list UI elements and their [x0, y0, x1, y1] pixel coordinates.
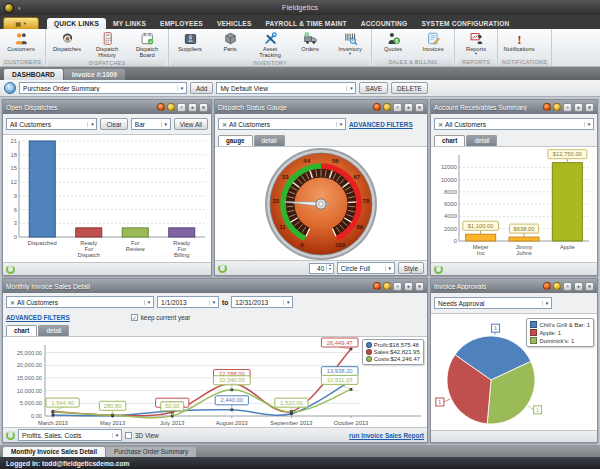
ribbon-button-dispatches[interactable]: Dispatches: [47, 30, 87, 53]
ribbon-button-notifications[interactable]: !Notifications: [499, 30, 539, 53]
ribbon-button-parts[interactable]: Parts: [210, 30, 250, 53]
ribbon-button-reports[interactable]: Reports▼: [456, 30, 496, 57]
refresh-dashboard-icon[interactable]: ↻: [4, 82, 16, 94]
customer-filter-select[interactable]: ✕ All Customers ▼: [6, 296, 154, 308]
ribbon-tab-my-links[interactable]: MY LINKS: [106, 18, 153, 29]
customer-filter-select[interactable]: ✕ All Customers ▼: [218, 118, 346, 130]
collapse-icon[interactable]: ▫: [563, 103, 572, 112]
chevron-down-icon: ▼: [336, 122, 345, 127]
default-view-select[interactable]: My Default View ▼: [216, 82, 356, 94]
style-button[interactable]: Style: [398, 262, 424, 274]
auto-refresh-icon[interactable]: [218, 264, 227, 273]
export-icon[interactable]: [553, 103, 561, 111]
tab-chart[interactable]: chart: [434, 135, 465, 146]
pin-icon[interactable]: +: [574, 103, 583, 112]
pin-icon[interactable]: +: [404, 282, 413, 291]
date-to-picker[interactable]: 12/31/2013 ▼: [231, 296, 293, 308]
panel-header[interactable]: Account Receivables Summary ▫+×: [431, 100, 597, 114]
bottom-tab-monthly-invoice-sales-detail[interactable]: Monthly Invoice Sales Detail: [3, 447, 105, 457]
customer-filter-select[interactable]: All Customers ▼: [6, 118, 97, 130]
bottom-tab-purchase-order-summary[interactable]: Purchase Order Summary: [106, 447, 196, 457]
ribbon-tab-payroll-time-maint[interactable]: PAYROLL & TIME MAINT: [258, 18, 353, 29]
ribbon-button-inventory[interactable]: Inventory▼: [330, 30, 370, 57]
advanced-filters-link[interactable]: ADVANCED FILTERS: [349, 121, 413, 128]
collapse-icon[interactable]: ▫: [563, 282, 572, 291]
export-icon[interactable]: [553, 282, 561, 290]
gauge-style-select[interactable]: Circle Full ▼: [337, 262, 395, 274]
add-view-button[interactable]: Add: [190, 82, 213, 94]
export-icon[interactable]: [167, 103, 175, 111]
chevron-down-icon: ▼: [542, 301, 551, 306]
auto-refresh-icon[interactable]: [6, 265, 15, 274]
tab-detail[interactable]: detail: [466, 135, 497, 146]
panel-header[interactable]: Open Dispatches ▫+×: [3, 100, 211, 114]
close-icon[interactable]: ×: [415, 282, 424, 291]
close-icon[interactable]: ×: [585, 103, 594, 112]
clear-filter-icon[interactable]: ✕: [222, 121, 227, 128]
collapse-icon[interactable]: ▫: [177, 103, 186, 112]
data-point: [52, 414, 55, 417]
app-menu-button[interactable]: ▦▼: [3, 17, 39, 29]
refresh-icon[interactable]: [543, 103, 551, 111]
dashboard-view-select[interactable]: Purchase Order Summary ▼: [19, 82, 187, 94]
auto-refresh-icon[interactable]: [6, 431, 15, 440]
series-select[interactable]: Profits, Sales, Costs ▼: [18, 429, 122, 441]
collapse-icon[interactable]: ▫: [393, 282, 402, 291]
ribbon-button-invoices[interactable]: Invoices: [413, 30, 453, 53]
advanced-filters-link[interactable]: ADVANCED FILTERS: [6, 314, 70, 321]
tab-detail[interactable]: detail: [254, 135, 285, 146]
ribbon-button-asset-tracking[interactable]: Asset Tracking: [250, 30, 290, 59]
collapse-icon[interactable]: ▫: [393, 103, 402, 112]
save-view-button[interactable]: SAVE: [359, 82, 388, 94]
close-icon[interactable]: ×: [585, 282, 594, 291]
close-icon[interactable]: ×: [415, 103, 424, 112]
delete-view-button[interactable]: DELETE: [391, 82, 428, 94]
ribbon-tab-system-configuration[interactable]: SYSTEM CONFIGURATION: [414, 18, 516, 29]
ribbon-button-quotes[interactable]: $Quotes: [373, 30, 413, 53]
date-from-picker[interactable]: 1/1/2013 ▼: [157, 296, 219, 308]
dispatch-board-icon: [140, 31, 155, 46]
pin-icon[interactable]: +: [188, 103, 197, 112]
view-all-button[interactable]: View All: [174, 118, 208, 130]
refresh-icon[interactable]: [543, 282, 551, 290]
auto-refresh-icon[interactable]: [434, 265, 443, 274]
run-invoice-sales-report-link[interactable]: run Invoice Sales Report: [349, 432, 424, 439]
close-icon[interactable]: ×: [199, 103, 208, 112]
clear-filter-icon[interactable]: ✕: [10, 299, 15, 306]
ribbon-tab-accounting[interactable]: ACCOUNTING: [354, 18, 415, 29]
refresh-icon[interactable]: [157, 103, 165, 111]
pin-icon[interactable]: +: [574, 282, 583, 291]
tab-detail[interactable]: detail: [38, 325, 69, 336]
ribbon-button-suppliers[interactable]: Suppliers: [170, 30, 210, 53]
customer-filter-select[interactable]: ✕ All Customers ▼: [434, 118, 594, 130]
refresh-icon[interactable]: [373, 103, 381, 111]
ribbon-button-customers[interactable]: Customers: [1, 30, 41, 53]
approval-status-select[interactable]: Needs Approval ▼: [434, 297, 552, 309]
ribbon-group-dispatches: DispatchesDispatch HistoryDispatch Board…: [46, 29, 169, 66]
clear-filter-icon[interactable]: ✕: [438, 121, 443, 128]
panel-header[interactable]: Invoice Approvals ▫+×: [431, 279, 597, 293]
refresh-icon[interactable]: [373, 282, 381, 290]
pin-icon[interactable]: +: [404, 103, 413, 112]
chart-type-select[interactable]: Bar ▼: [131, 118, 171, 130]
panel-header[interactable]: Dispatch Status Gauge ▫+×: [215, 100, 427, 114]
refresh-interval-input[interactable]: 40 ▲▼: [309, 263, 334, 274]
panel-header[interactable]: Monthly Invoice Sales Detail ▫+×: [3, 279, 427, 293]
ribbon-tab-vehicles[interactable]: VEHICLES: [210, 18, 259, 29]
chevron-down-icon: ▼: [144, 300, 153, 305]
export-icon[interactable]: [383, 282, 391, 290]
keep-current-year-checkbox[interactable]: ✓: [131, 314, 138, 321]
export-icon[interactable]: [383, 103, 391, 111]
tab-gauge[interactable]: gauge: [218, 135, 253, 146]
tab-dashboard[interactable]: DASHBOARD: [4, 69, 63, 80]
ribbon-button-dispatch-board[interactable]: Dispatch Board: [127, 30, 167, 59]
ribbon-tab-quick-links[interactable]: QUICK LINKS: [47, 18, 106, 29]
ribbon-button-dispatch-history[interactable]: Dispatch History: [87, 30, 127, 59]
tab-invoice-1009[interactable]: Invoice #:1009: [64, 69, 125, 80]
spinner-arrows-icon[interactable]: ▲▼: [326, 264, 333, 272]
threed-view-checkbox[interactable]: [125, 432, 132, 439]
ribbon-button-orders[interactable]: $Orders: [290, 30, 330, 53]
ribbon-tab-employees[interactable]: EMPLOYEES: [153, 18, 210, 29]
tab-chart[interactable]: chart: [6, 325, 37, 336]
clear-filter-button[interactable]: Clear: [100, 118, 127, 130]
